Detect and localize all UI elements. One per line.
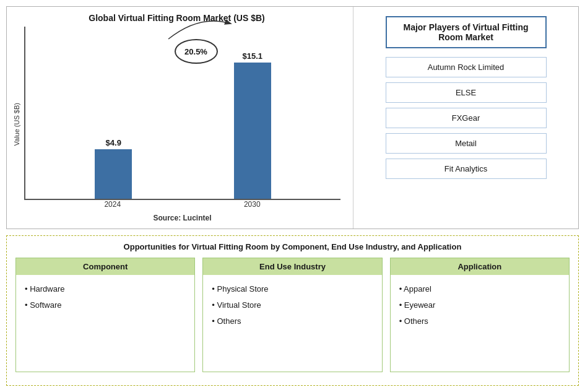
bar-value-2024: $4.9 — [106, 138, 121, 147]
bar-group-2024: $4.9 — [95, 138, 132, 199]
opp-item-others-app: Others — [399, 313, 560, 329]
opp-col-body-application: Apparel Eyewear Others — [391, 275, 569, 336]
chart-inner: $4.9 — [24, 27, 340, 222]
opp-columns: Component Hardware Software End Use Indu… — [15, 258, 570, 372]
x-label-2024: 2024 — [94, 200, 131, 209]
opp-col-component: Component Hardware Software — [15, 258, 195, 372]
opp-item-software: Software — [25, 297, 186, 313]
opp-item-hardware: Hardware — [25, 281, 186, 297]
source-label: Source: Lucintel — [24, 214, 340, 222]
opp-item-eyewear: Eyewear — [399, 297, 560, 313]
chart-section: Global Virtual Fitting Room Market (US $… — [7, 7, 353, 229]
cagr-annotation: 20.5% — [175, 39, 218, 64]
opp-col-industry: End Use Industry Physical Store Virtual … — [202, 258, 382, 372]
chart-area: Value (US $B) $4.9 — [13, 27, 340, 222]
opp-item-virtual-store: Virtual Store — [212, 297, 373, 313]
opp-title: Opportunities for Virtual Fitting Room b… — [15, 242, 570, 251]
players-section: Major Players of Virtual Fitting Room Ma… — [353, 7, 578, 229]
opp-col-header-industry: End Use Industry — [203, 258, 381, 275]
player-item-4: Fit Analytics — [386, 159, 547, 179]
bottom-section: Opportunities for Virtual Fitting Room b… — [6, 235, 579, 386]
bar-group-2030: $15.1 — [234, 51, 271, 199]
bar-value-2030: $15.1 — [242, 51, 262, 61]
cagr-arrow-svg — [162, 11, 236, 42]
x-label-2030: 2030 — [233, 200, 271, 209]
top-section: Global Virtual Fitting Room Market (US $… — [6, 6, 579, 229]
player-item-3: Metail — [386, 133, 547, 154]
opp-col-header-component: Component — [16, 258, 194, 275]
player-item-1: ELSE — [386, 82, 547, 103]
opp-col-header-application: Application — [391, 258, 569, 275]
bar-2024 — [95, 149, 132, 199]
cagr-circle: 20.5% — [175, 39, 218, 64]
opp-item-physical-store: Physical Store — [212, 281, 373, 297]
bars-container: $4.9 — [24, 27, 340, 200]
bar-2030 — [234, 63, 271, 199]
y-axis-label: Value (US $B) — [13, 103, 20, 146]
opp-col-body-industry: Physical Store Virtual Store Others — [203, 275, 381, 336]
main-container: Global Virtual Fitting Room Market (US $… — [0, 0, 585, 392]
x-labels: 2024 2030 — [24, 200, 340, 209]
player-item-0: Autumn Rock Limited — [386, 57, 547, 77]
opp-col-body-component: Hardware Software — [16, 275, 194, 320]
cagr-value: 20.5% — [184, 47, 207, 56]
opp-col-application: Application Apparel Eyewear Others — [390, 258, 570, 372]
opp-item-others-industry: Others — [212, 313, 373, 329]
opp-item-apparel: Apparel — [399, 281, 560, 297]
players-title: Major Players of Virtual Fitting Room Ma… — [386, 16, 547, 48]
player-item-2: FXGear — [386, 108, 547, 128]
